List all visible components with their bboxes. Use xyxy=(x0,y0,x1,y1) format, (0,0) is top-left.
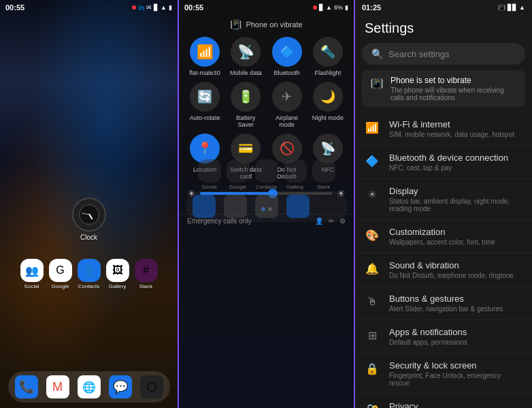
settings-security-sub: Fingerprint, Face Unlock, emergency resc… xyxy=(389,372,522,387)
ghost-gallery-icon xyxy=(284,159,307,183)
settings-vibrate-icon: 📳 xyxy=(370,77,384,90)
google-icon: G xyxy=(49,259,72,282)
qs-battery-pct: 6% xyxy=(334,4,343,11)
qs-night-label: Night mode xyxy=(312,114,344,121)
qs-toggle-mobile-data[interactable]: 📡 Mobile data xyxy=(228,37,263,76)
settings-wifi-title: Wi-Fi & internet xyxy=(389,119,514,129)
settings-privacy-text: Privacy Permissions, personal data xyxy=(389,401,471,408)
settings-security-icon: 🔒 xyxy=(365,361,380,376)
qs-battery-saver-icon: 🔋 xyxy=(231,82,261,112)
vibrate-banner-subtitle: The phone will vibrate when receiving ca… xyxy=(390,87,517,101)
settings-bt-title: Bluetooth & device connection xyxy=(389,153,508,163)
settings-title: Settings xyxy=(355,15,532,40)
settings-panel: 01:25 📳 ▊▊ ▲ Settings 🔍 Search settings … xyxy=(355,0,532,408)
battery-icon: ▮ xyxy=(169,4,172,11)
settings-item-wifi[interactable]: 📶 Wi-Fi & internet SIM, mobile network, … xyxy=(355,112,532,146)
vibrate-text-group: Phone is set to vibrate The phone will v… xyxy=(390,76,517,101)
qs-wifi-icon: 📶 xyxy=(190,37,220,67)
ghost-gallery-label: Gallery xyxy=(286,184,303,190)
qs-toggle-flashlight[interactable]: 🔦 Flashlight xyxy=(310,37,346,76)
settings-wifi-text: Wi-Fi & internet SIM, mobile network, da… xyxy=(389,119,514,138)
dock-gmail[interactable]: M xyxy=(46,375,69,398)
ghost-messages-icon xyxy=(286,195,310,218)
qs-notification-dot xyxy=(313,5,317,10)
dock-phone[interactable]: 📞 xyxy=(15,375,38,398)
ghost-google-label: Google xyxy=(229,184,247,190)
qs-battery-icon: ▮ xyxy=(345,4,348,11)
google-label: Google xyxy=(52,283,69,289)
app-icon-gallery[interactable]: 🖼 Gallery xyxy=(106,259,129,289)
dock-chrome[interactable]: 🌐 xyxy=(78,375,101,398)
settings-search-placeholder: Search settings xyxy=(388,49,450,59)
settings-bt-text: Bluetooth & device connection NFC, cast,… xyxy=(389,153,508,172)
qs-airplane-label: Airplane mode xyxy=(269,114,305,128)
qs-wifi-label: flat-mate30 xyxy=(190,69,220,76)
qs-toggle-autorotate[interactable]: 🔄 Auto-rotate xyxy=(187,82,222,128)
qs-night-icon: 🌙 xyxy=(313,82,343,112)
social-label: Social xyxy=(24,283,39,289)
settings-bt-sub: NFC, cast, tap & pay xyxy=(389,164,508,172)
qs-ghost-dock xyxy=(186,191,348,222)
home-status-bar: 00:55 in ✉ ▊ ▲ ▮ xyxy=(0,0,178,15)
gallery-label: Gallery xyxy=(109,283,126,289)
ghost-slack-label: Slack xyxy=(317,184,331,190)
vibrate-banner-title: Phone is set to vibrate xyxy=(390,76,517,85)
linkedin-icon: in xyxy=(138,4,144,12)
settings-search-bar[interactable]: 🔍 Search settings xyxy=(362,43,525,65)
clock-minute-hand xyxy=(82,213,89,215)
home-app-grid: 👥 Social G Google 👤 Contacts 🖼 Gallery # xyxy=(20,259,158,289)
photos-icon: ⬡ xyxy=(140,375,163,398)
settings-status-icons: 📳 ▊▊ ▲ xyxy=(498,4,525,11)
ghost-contacts-icon xyxy=(255,159,278,183)
ghost-google-icon xyxy=(227,159,250,183)
app-icon-slack[interactable]: # Slack xyxy=(135,259,158,289)
mail-icon: ✉ xyxy=(146,4,152,11)
app-icon-contacts[interactable]: 👤 Contacts xyxy=(78,259,101,289)
settings-wifi-sub: SIM, mobile network, data usage, hotspot xyxy=(389,131,514,138)
qs-toggle-wifi[interactable]: 📶 flat-mate30 xyxy=(187,37,222,76)
settings-apps-icon: ⊞ xyxy=(365,328,380,343)
settings-item-security[interactable]: 🔒 Security & lock screen Fingerprint, Fa… xyxy=(355,354,532,394)
gallery-icon: 🖼 xyxy=(106,259,129,282)
ghost-social-icon xyxy=(198,159,221,183)
settings-display-icon: ☀ xyxy=(365,187,380,202)
dock-photos[interactable]: ⬡ xyxy=(140,375,163,398)
settings-item-bluetooth[interactable]: 🔷 Bluetooth & device connection NFC, cas… xyxy=(355,146,532,179)
settings-sound-text: Sound & vibration Do Not Disturb, earpho… xyxy=(389,260,514,279)
dock-messages[interactable]: 💬 xyxy=(109,375,132,398)
ghost-contacts-label: Contacts xyxy=(256,184,278,190)
settings-time: 01:25 xyxy=(362,3,381,12)
gmail-icon: M xyxy=(46,375,69,398)
settings-security-title: Security & lock screen xyxy=(389,360,522,371)
qs-toggle-night[interactable]: 🌙 Night mode xyxy=(310,82,346,128)
app-icon-social[interactable]: 👥 Social xyxy=(20,259,44,289)
phone-icon: 📞 xyxy=(15,375,38,398)
qs-toggle-airplane[interactable]: ✈ Airplane mode xyxy=(269,82,305,128)
qs-toggle-battery-saver[interactable]: 🔋 Battery Saver xyxy=(228,82,263,128)
settings-item-customization[interactable]: 🎨 Customization Wallpapers, accent color… xyxy=(355,220,532,253)
clock-widget[interactable]: Clock xyxy=(72,198,106,241)
settings-privacy-title: Privacy xyxy=(389,401,471,408)
ghost-slack-icon xyxy=(312,159,335,183)
settings-buttons-text: Buttons & gestures Alert Slider, navigat… xyxy=(389,294,503,313)
qs-bt-label: Bluetooth xyxy=(274,69,300,76)
qs-time: 00:55 xyxy=(184,3,203,12)
chrome-icon: 🌐 xyxy=(78,375,101,398)
settings-item-apps[interactable]: ⊞ Apps & notifications Default apps, per… xyxy=(355,320,532,354)
settings-status-bar: 01:25 📳 ▊▊ ▲ xyxy=(355,0,532,15)
settings-custom-title: Customization xyxy=(389,227,495,237)
settings-custom-icon: 🎨 xyxy=(365,227,380,242)
quick-settings-panel: 00:55 ▊ ▲ 6% ▮ 📳 Phone on vibrate 📶 flat… xyxy=(178,0,355,408)
settings-item-sound[interactable]: 🔔 Sound & vibration Do Not Disturb, earp… xyxy=(355,253,532,287)
settings-buttons-icon: 🖱 xyxy=(365,294,380,309)
qs-toggle-bt[interactable]: 🔷 Bluetooth xyxy=(269,37,305,76)
settings-item-privacy[interactable]: 🔐 Privacy Permissions, personal data xyxy=(355,394,532,408)
signal-icon: ▊ xyxy=(154,4,159,11)
ghost-slack: Slack xyxy=(312,159,335,190)
settings-item-display[interactable]: ☀ Display Status bar, ambient display, n… xyxy=(355,179,532,220)
qs-content: 00:55 ▊ ▲ 6% ▮ 📳 Phone on vibrate 📶 flat… xyxy=(179,0,354,227)
ghost-contacts: Contacts xyxy=(255,159,278,190)
settings-item-buttons[interactable]: 🖱 Buttons & gestures Alert Slider, navig… xyxy=(355,287,532,320)
wifi-icon: ▲ xyxy=(161,4,167,11)
app-icon-google[interactable]: G Google xyxy=(49,259,72,289)
